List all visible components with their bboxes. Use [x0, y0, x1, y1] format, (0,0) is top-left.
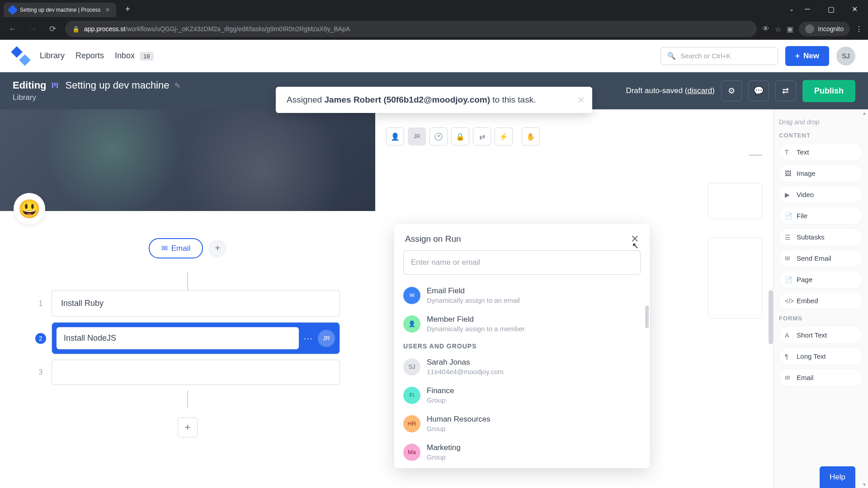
- assign-option-group[interactable]: HR Human Resources Group: [394, 409, 650, 438]
- tab-title: Setting up dev machine | Process: [20, 7, 101, 13]
- nav-library[interactable]: Library: [40, 51, 65, 61]
- sidebar-item-long-text[interactable]: ¶Long Text: [779, 347, 863, 365]
- assign-option-group[interactable]: Fi Finance Group: [394, 381, 650, 409]
- discard-link[interactable]: discard: [688, 86, 712, 95]
- hero-image: 😃: [0, 109, 375, 211]
- task-card-empty[interactable]: [52, 360, 340, 385]
- workflow-icon: [52, 83, 60, 88]
- sidebar-item-subtasks[interactable]: ☰Subtasks: [779, 228, 863, 246]
- close-window-button[interactable]: ✕: [844, 2, 864, 16]
- new-button[interactable]: + New: [785, 46, 829, 66]
- sidebar-item-video[interactable]: ▶Video: [779, 186, 863, 203]
- minimize-button[interactable]: ─: [797, 2, 817, 16]
- address-bar[interactable]: 🔒 app.process.st/workflows/uQGGj-_oKZ43z…: [65, 21, 757, 37]
- automations-button[interactable]: ⚡: [495, 127, 513, 145]
- help-button[interactable]: Help: [820, 466, 855, 488]
- assign-option-user[interactable]: SJ Sarah Jonas 11e404e4@moodjoy.com: [394, 352, 650, 381]
- embed-icon: </>: [785, 297, 792, 305]
- eye-off-icon[interactable]: 👁: [762, 25, 769, 33]
- app-logo[interactable]: [13, 48, 29, 64]
- tabs-dropdown-icon[interactable]: ⌄: [789, 6, 794, 12]
- tab-favicon: [8, 5, 18, 15]
- email-step-button[interactable]: ✉ Email: [149, 238, 203, 258]
- incognito-icon: [805, 24, 814, 33]
- popover-title: Assign on Run: [405, 234, 461, 244]
- scroll-down-icon[interactable]: ▼: [861, 481, 868, 488]
- plus-icon: +: [795, 52, 800, 61]
- assign-option-email-field[interactable]: ✉ Email Field Dynamically assign to an e…: [394, 281, 650, 310]
- list-icon: ☰: [785, 234, 792, 241]
- breadcrumb-library[interactable]: Library: [13, 93, 180, 102]
- task-title-input[interactable]: [57, 327, 299, 349]
- tab-close-icon[interactable]: ✕: [104, 7, 111, 13]
- envelope-icon: ✉: [785, 255, 792, 262]
- task-card[interactable]: Install Ruby: [52, 290, 340, 317]
- sidebar-item-page[interactable]: 📄Page: [779, 271, 863, 288]
- scrollbar-thumb[interactable]: [645, 305, 649, 328]
- new-tab-button[interactable]: +: [122, 3, 134, 15]
- connector-line: [187, 390, 188, 408]
- sidebar-item-embed[interactable]: </>Embed: [779, 292, 863, 310]
- task-row[interactable]: 1 Install Ruby: [35, 290, 340, 317]
- add-step-button[interactable]: +: [208, 239, 226, 258]
- task-number: 1: [35, 300, 46, 308]
- envelope-icon: ✉: [785, 374, 792, 381]
- sidebar-item-text[interactable]: TText: [779, 143, 863, 161]
- nav-reports[interactable]: Reports: [75, 51, 104, 61]
- edit-title-icon[interactable]: ✎: [175, 81, 180, 90]
- image-icon: 🖼: [785, 170, 792, 177]
- clock-icon: 🕐: [434, 132, 443, 141]
- sidebar-item-short-text[interactable]: AShort Text: [779, 326, 863, 344]
- editor-block[interactable]: [708, 183, 762, 219]
- reload-button[interactable]: ⟳: [45, 22, 60, 36]
- maximize-button[interactable]: ▢: [821, 2, 841, 16]
- assign-option-group[interactable]: Ma Marketing Group: [394, 438, 650, 466]
- sidebar-item-image[interactable]: 🖼Image: [779, 164, 863, 182]
- group-avatar-initials: HR: [403, 415, 420, 432]
- settings-button[interactable]: ⚙: [721, 80, 742, 101]
- permissions-button[interactable]: 🔒: [451, 127, 469, 145]
- toast-close-icon[interactable]: ✕: [577, 94, 585, 105]
- scroll-up-icon[interactable]: ▲: [861, 109, 868, 117]
- workflow-emoji[interactable]: 😃: [14, 193, 45, 225]
- extensions-icon[interactable]: ▣: [787, 25, 793, 33]
- star-icon[interactable]: ☆: [775, 25, 781, 33]
- browser-tab[interactable]: Setting up dev machine | Process ✕: [4, 3, 116, 17]
- task-number: 3: [35, 368, 46, 376]
- assignee-chip[interactable]: JR: [408, 127, 426, 145]
- user-avatar[interactable]: SJ: [836, 47, 855, 66]
- assign-option-member-field[interactable]: 👤 Member Field Dynamically assign to a m…: [394, 310, 650, 338]
- assign-person-button[interactable]: 👤: [386, 127, 404, 145]
- task-menu-icon[interactable]: ⋯: [303, 333, 313, 344]
- assign-search-input[interactable]: Enter name or email: [403, 250, 641, 275]
- popover-section-users: USERS AND GROUPS: [394, 338, 650, 352]
- conditional-button[interactable]: ⇄: [473, 127, 491, 145]
- forward-button[interactable]: →: [25, 22, 40, 36]
- sidebar-item-send-email[interactable]: ✉Send Email: [779, 249, 863, 267]
- lock-icon: 🔒: [72, 26, 80, 33]
- due-date-button[interactable]: 🕐: [429, 127, 448, 145]
- nav-inbox[interactable]: Inbox 18: [115, 51, 154, 61]
- incognito-badge[interactable]: Incognito: [799, 22, 850, 36]
- back-button[interactable]: ←: [5, 22, 20, 36]
- publish-button[interactable]: Publish: [802, 80, 855, 102]
- popover-close-icon[interactable]: ✕: [631, 233, 639, 245]
- stop-button[interactable]: ✋: [522, 127, 540, 145]
- sidebar-item-email-field[interactable]: ✉Email: [779, 369, 863, 386]
- short-text-icon: A: [785, 332, 792, 339]
- hand-icon: ✋: [526, 132, 535, 141]
- editor-block[interactable]: [708, 237, 762, 319]
- scrollbar-thumb[interactable]: [769, 290, 773, 344]
- search-input[interactable]: 🔍 Search or Ctrl+K: [660, 47, 778, 65]
- task-assignee-avatar[interactable]: JR: [318, 330, 335, 347]
- draft-status: Draft auto-saved (discard): [626, 86, 715, 95]
- task-row[interactable]: 3: [35, 360, 340, 385]
- envelope-icon: ✉: [161, 244, 168, 253]
- comments-button[interactable]: 💬: [748, 80, 769, 101]
- task-row-active[interactable]: 2 ⋯ JR: [35, 322, 340, 354]
- shuffle-button[interactable]: ⇄: [775, 80, 796, 101]
- sidebar-item-file[interactable]: 📄File: [779, 207, 863, 225]
- add-task-button[interactable]: +: [178, 418, 198, 437]
- browser-menu-icon[interactable]: ⋮: [855, 25, 863, 33]
- task-number-active: 2: [35, 333, 46, 344]
